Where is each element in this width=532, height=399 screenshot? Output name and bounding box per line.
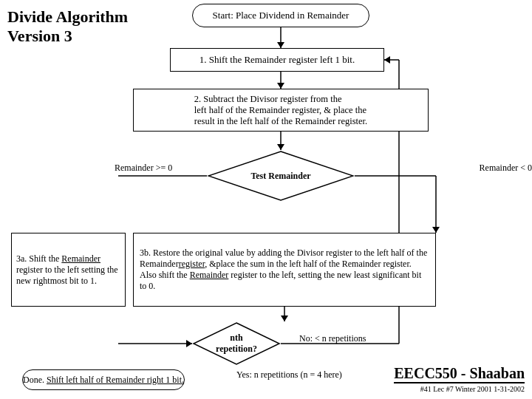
test-remainder-diamond: Test Remainder bbox=[207, 150, 355, 202]
branding-main: EECC550 - Shaaban bbox=[394, 365, 525, 383]
done-label: Done. Shift left half of Remainder right… bbox=[23, 375, 184, 386]
step3b-label: 3b. Restore the original value by adding… bbox=[140, 248, 429, 292]
remainder-lt-zero: Remainder < 0 bbox=[480, 163, 532, 173]
svg-marker-16 bbox=[281, 316, 288, 321]
step3a-link: Remainder bbox=[61, 253, 100, 264]
svg-marker-3 bbox=[277, 83, 284, 89]
start-box: Start: Place Dividend in Remainder bbox=[192, 4, 369, 27]
step3a-box: 3a. Shift the Remainder register to the … bbox=[11, 233, 126, 307]
no-label: No: < n repetitions bbox=[299, 333, 366, 344]
step2-box: 2. Subtract the Divisor register from th… bbox=[133, 89, 429, 132]
flowchart: Start: Place Dividend in Remainder 1. Sh… bbox=[118, 4, 528, 355]
remainder-right-label: Remainder < 0 bbox=[480, 163, 532, 174]
step1-box: 1. Shift the Remainder register left 1 b… bbox=[170, 48, 384, 72]
svg-marker-14 bbox=[186, 340, 192, 347]
start-label: Start: Place Dividend in Remainder bbox=[213, 10, 349, 21]
done-box: Done. Shift left half of Remainder right… bbox=[22, 369, 185, 390]
diamond2-label: nth repetition? bbox=[214, 332, 259, 355]
page: Divide Algorithm Version 3 bbox=[0, 0, 532, 399]
branding: EECC550 - Shaaban #41 Lec #7 Winter 2001… bbox=[394, 365, 525, 393]
svg-marker-11 bbox=[432, 227, 440, 233]
step2-label: 2. Subtract the Divisor register from th… bbox=[194, 94, 367, 127]
svg-marker-1 bbox=[277, 42, 284, 48]
title-area: Divide Algorithm Version 3 bbox=[7, 7, 133, 47]
branding-sub: #41 Lec #7 Winter 2001 1-31-2002 bbox=[394, 385, 525, 393]
step3b-box: 3b. Restore the original value by adding… bbox=[133, 233, 436, 307]
svg-marker-5 bbox=[277, 144, 284, 150]
title-line2: Version 3 bbox=[7, 27, 72, 45]
page-title: Divide Algorithm Version 3 bbox=[7, 7, 133, 47]
remainder-gte-zero: Remainder >= 0 bbox=[115, 163, 172, 173]
svg-marker-23 bbox=[208, 151, 353, 200]
step1-label: 1. Shift the Remainder register left 1 b… bbox=[200, 54, 355, 66]
title-line1: Divide Algorithm bbox=[7, 7, 128, 26]
svg-marker-20 bbox=[384, 56, 390, 64]
nth-repetition-diamond: nth repetition? bbox=[192, 321, 281, 366]
yes-label: Yes: n repetitions (n = 4 here) bbox=[236, 369, 342, 381]
done-link: Shift left half of Remainder right 1 bit… bbox=[47, 375, 184, 385]
remainder-left-label: Remainder >= 0 bbox=[115, 163, 172, 174]
step3a-label: 3a. Shift the Remainder register to the … bbox=[16, 253, 120, 287]
